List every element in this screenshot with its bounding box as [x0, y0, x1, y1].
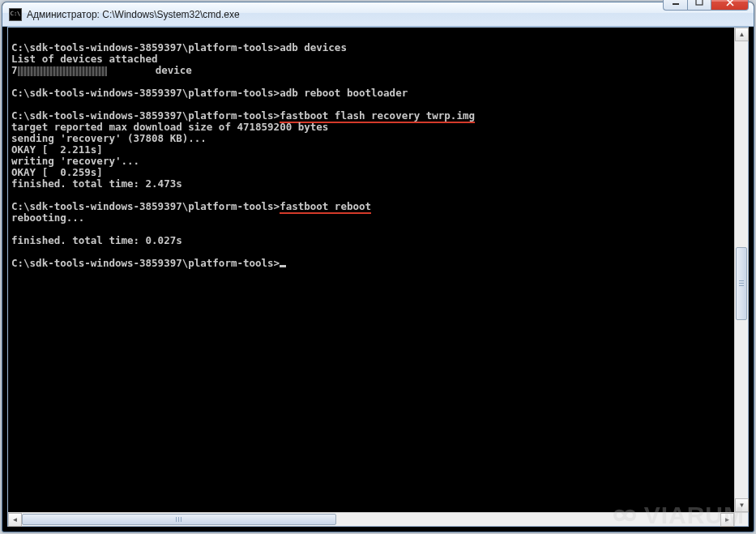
close-icon	[725, 0, 735, 6]
scroll-left-button[interactable]: ◄	[8, 513, 22, 527]
console-output[interactable]: C:\sdk-tools-windows-3859397\platform-to…	[8, 28, 734, 512]
cmd-window: Администратор: C:\Windows\System32\cmd.e…	[2, 2, 754, 532]
prompt: C:\sdk-tools-windows-3859397\platform-to…	[11, 200, 280, 212]
client-area: C:\sdk-tools-windows-3859397\platform-to…	[7, 27, 749, 527]
prompt: C:\sdk-tools-windows-3859397\platform-to…	[11, 109, 280, 122]
device-id-redacted	[18, 66, 107, 76]
prompt: C:\sdk-tools-windows-3859397\platform-to…	[11, 41, 280, 53]
titlebar[interactable]: Администратор: C:\Windows\System32\cmd.e…	[2, 2, 754, 27]
output-line: finished. total time: 0.027s	[11, 234, 182, 246]
output-line: writing 'recovery'...	[11, 155, 139, 167]
svg-rect-0	[673, 3, 679, 5]
window-controls	[663, 0, 749, 11]
svg-rect-1	[696, 0, 703, 5]
output-line: 7	[11, 64, 18, 76]
scroll-down-button[interactable]: ▼	[735, 498, 749, 512]
console-wrap: C:\sdk-tools-windows-3859397\platform-to…	[8, 28, 748, 526]
maximize-button[interactable]	[687, 0, 711, 11]
close-button[interactable]	[711, 0, 749, 11]
maximize-icon	[695, 0, 703, 6]
vscroll-track[interactable]	[735, 41, 748, 498]
prompt: C:\sdk-tools-windows-3859397\platform-to…	[11, 257, 280, 269]
output-line: List of devices attached	[11, 53, 158, 65]
output-line: OKAY [ 2.211s]	[11, 143, 103, 156]
output-line: device	[107, 64, 192, 76]
horizontal-scrollbar[interactable]: ◄ ►	[8, 512, 734, 526]
scroll-up-button[interactable]: ▲	[735, 28, 749, 41]
hscroll-thumb[interactable]	[22, 514, 336, 525]
scrollbar-corner	[734, 512, 748, 526]
vscroll-thumb[interactable]	[736, 247, 747, 320]
hscroll-track[interactable]	[22, 513, 720, 526]
vertical-scrollbar[interactable]: ▲ ▼	[734, 28, 748, 512]
output-line: rebooting...	[11, 211, 84, 224]
minimize-button[interactable]	[663, 0, 687, 11]
cmd-adb-reboot: adb reboot bootloader	[280, 87, 408, 99]
output-line: target reported max download size of 471…	[11, 121, 328, 133]
minimize-icon	[672, 0, 680, 6]
prompt: C:\sdk-tools-windows-3859397\platform-to…	[11, 87, 280, 99]
cmd-icon	[9, 8, 22, 21]
cmd-fastboot-reboot: fastboot reboot	[280, 200, 371, 214]
output-line: finished. total time: 2.473s	[11, 177, 182, 190]
scroll-right-button[interactable]: ►	[720, 513, 734, 527]
cursor	[280, 265, 286, 267]
output-line: sending 'recovery' (37808 KB)...	[11, 132, 207, 144]
window-title: Администратор: C:\Windows\System32\cmd.e…	[27, 9, 240, 20]
output-line: OKAY [ 0.259s]	[11, 166, 103, 178]
cmd-adb-devices: adb devices	[280, 41, 347, 53]
